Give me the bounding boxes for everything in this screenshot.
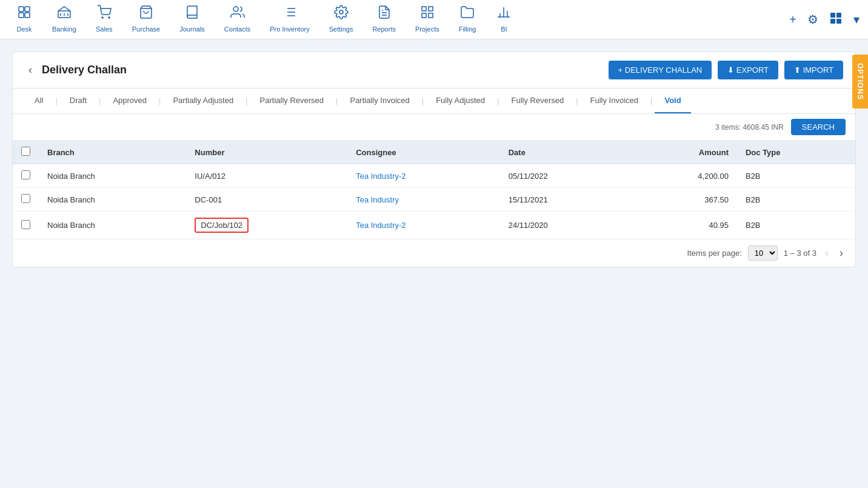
nav-bi[interactable]: BI bbox=[486, 0, 522, 39]
row-checkbox[interactable] bbox=[21, 194, 30, 203]
svg-rect-30 bbox=[836, 13, 841, 18]
export-button[interactable]: ⬇ EXPORT bbox=[718, 61, 778, 79]
page-header-right: + DELIVERY CHALLAN ⬇ EXPORT ⬆ IMPORT bbox=[609, 61, 843, 79]
cell-branch: Noida Branch bbox=[39, 164, 186, 188]
cell-amount: 4,200.00 bbox=[629, 164, 737, 188]
nav-desk[interactable]: Desk bbox=[6, 0, 42, 39]
desk-icon bbox=[17, 5, 32, 23]
svg-rect-22 bbox=[429, 7, 433, 11]
nav-sales[interactable]: Sales bbox=[86, 0, 122, 39]
row-checkbox[interactable] bbox=[21, 170, 30, 179]
projects-icon bbox=[420, 5, 435, 23]
cell-doc-type: B2B bbox=[737, 188, 855, 212]
col-consignee: Consignee bbox=[347, 141, 500, 164]
tab-all[interactable]: All bbox=[25, 89, 53, 113]
svg-rect-23 bbox=[429, 13, 433, 18]
svg-point-18 bbox=[339, 10, 343, 14]
table-section: 3 items: 4608.45 INR SEARCH Branch Numbe… bbox=[12, 113, 856, 267]
next-page-button[interactable]: › bbox=[837, 246, 846, 261]
cell-consignee[interactable]: Tea Industry-2 bbox=[347, 212, 500, 239]
cell-number[interactable]: DC-001 bbox=[186, 188, 347, 212]
grid-button[interactable] bbox=[827, 9, 845, 30]
sep2: | bbox=[96, 96, 103, 105]
tab-fully-invoiced[interactable]: Fully Invoiced bbox=[581, 89, 648, 113]
contacts-label: Contacts bbox=[224, 25, 250, 33]
col-doc-type: Doc Type bbox=[737, 141, 855, 164]
top-navigation: Desk Banking Sales bbox=[0, 0, 868, 39]
svg-rect-2 bbox=[19, 13, 24, 18]
nav-settings[interactable]: Settings bbox=[319, 0, 363, 39]
banking-icon bbox=[57, 5, 72, 23]
nav-pro-inventory[interactable]: Pro Inventory bbox=[260, 0, 319, 39]
gear-button[interactable]: ⚙ bbox=[805, 10, 821, 29]
cell-number[interactable]: IU/A/012 bbox=[186, 164, 347, 188]
tab-void[interactable]: Void bbox=[655, 89, 690, 113]
items-per-page-label: Items per page: bbox=[687, 249, 741, 258]
col-date: Date bbox=[500, 141, 629, 164]
row-checkbox-cell bbox=[13, 212, 39, 239]
pagination-bar: Items per page: 10 25 50 1 – 3 of 3 ‹ › bbox=[13, 239, 855, 267]
tab-approved[interactable]: Approved bbox=[103, 89, 156, 113]
nav-reports[interactable]: Reports bbox=[362, 0, 406, 39]
user-dropdown-button[interactable]: ▾ bbox=[851, 10, 862, 29]
cell-consignee[interactable]: Tea Industry bbox=[347, 188, 500, 212]
page-header-left: ‹ Delivery Challan bbox=[25, 62, 127, 78]
cell-branch: Noida Branch bbox=[39, 212, 186, 239]
cell-consignee[interactable]: Tea Industry-2 bbox=[347, 164, 500, 188]
data-table: Branch Number Consignee Date Amount Doc … bbox=[13, 141, 855, 239]
table-body: Noida BranchIU/A/012Tea Industry-205/11/… bbox=[13, 164, 855, 239]
options-sidebar[interactable]: OPTIONS bbox=[852, 55, 868, 109]
bi-label: BI bbox=[501, 25, 507, 33]
import-button[interactable]: ⬆ IMPORT bbox=[784, 61, 843, 79]
add-button[interactable]: + bbox=[787, 10, 799, 29]
sep9: | bbox=[648, 96, 655, 105]
nav-contacts[interactable]: Contacts bbox=[215, 0, 260, 39]
nav-journals[interactable]: Journals bbox=[170, 0, 215, 39]
prev-page-button[interactable]: ‹ bbox=[823, 246, 831, 261]
journals-icon bbox=[185, 5, 199, 23]
tab-fully-adjusted[interactable]: Fully Adjusted bbox=[426, 89, 495, 113]
table-header-row: Branch Number Consignee Date Amount Doc … bbox=[13, 141, 855, 164]
nav-filling[interactable]: Filling bbox=[449, 0, 486, 39]
search-button[interactable]: SEARCH bbox=[791, 119, 846, 135]
back-button[interactable]: ‹ bbox=[25, 62, 36, 78]
bi-icon bbox=[496, 5, 511, 23]
banking-label: Banking bbox=[52, 25, 76, 33]
topnav-right: + ⚙ ▾ bbox=[787, 9, 862, 30]
svg-point-11 bbox=[233, 7, 238, 12]
nav-purchase[interactable]: Purchase bbox=[122, 0, 170, 39]
table-toolbar: 3 items: 4608.45 INR SEARCH bbox=[13, 114, 855, 141]
sep6: | bbox=[419, 96, 426, 105]
tab-partially-reversed[interactable]: Partially Reversed bbox=[250, 89, 334, 113]
tab-partially-invoiced[interactable]: Partially Invoiced bbox=[340, 89, 419, 113]
cell-doc-type: B2B bbox=[737, 212, 855, 239]
items-per-page-select[interactable]: 10 25 50 bbox=[748, 246, 778, 261]
table-row: Noida BranchIU/A/012Tea Industry-205/11/… bbox=[13, 164, 855, 188]
nav-projects[interactable]: Projects bbox=[406, 0, 449, 39]
nav-items: Desk Banking Sales bbox=[6, 0, 787, 39]
desk-label: Desk bbox=[16, 25, 32, 33]
filling-icon bbox=[460, 5, 475, 23]
tab-draft[interactable]: Draft bbox=[60, 89, 96, 113]
sales-icon bbox=[97, 5, 112, 23]
cell-number[interactable]: DC/Job/102 bbox=[186, 212, 347, 239]
reports-label: Reports bbox=[372, 25, 396, 33]
highlighted-number-badge: DC/Job/102 bbox=[195, 218, 249, 233]
pagination-range: 1 – 3 of 3 bbox=[784, 249, 816, 258]
svg-rect-0 bbox=[19, 7, 24, 12]
select-all-checkbox[interactable] bbox=[21, 147, 30, 156]
cell-amount: 367.50 bbox=[629, 188, 737, 212]
delivery-challan-button[interactable]: + DELIVERY CHALLAN bbox=[609, 61, 712, 79]
row-checkbox[interactable] bbox=[21, 220, 30, 229]
purchase-label: Purchase bbox=[132, 25, 160, 33]
sep5: | bbox=[333, 96, 340, 105]
svg-rect-3 bbox=[25, 13, 30, 18]
page-header: ‹ Delivery Challan + DELIVERY CHALLAN ⬇ … bbox=[12, 52, 856, 88]
tab-fully-reversed[interactable]: Fully Reversed bbox=[501, 89, 573, 113]
cell-date: 24/11/2020 bbox=[500, 212, 629, 239]
svg-point-8 bbox=[102, 17, 103, 18]
tab-partially-adjusted[interactable]: Partially Adjusted bbox=[163, 89, 243, 113]
contacts-icon bbox=[230, 5, 245, 23]
svg-rect-1 bbox=[25, 7, 30, 12]
nav-banking[interactable]: Banking bbox=[42, 0, 86, 39]
